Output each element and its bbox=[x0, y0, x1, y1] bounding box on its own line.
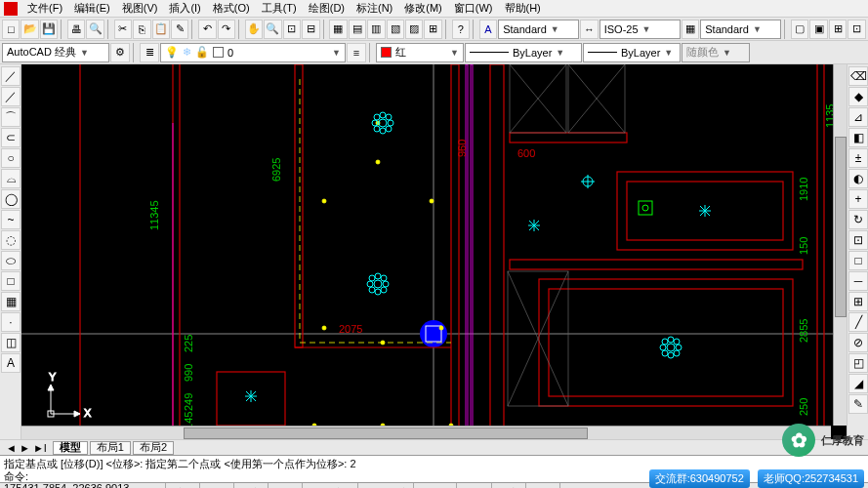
rotate-tool[interactable]: + bbox=[848, 189, 868, 209]
tab-nav-buttons[interactable]: ◄ ► ►I bbox=[6, 442, 47, 454]
menu-view[interactable]: 视图(V) bbox=[116, 1, 164, 16]
fillet-tool[interactable]: ◰ bbox=[848, 353, 868, 373]
layer-manager-button[interactable]: ≣ bbox=[140, 43, 159, 62]
match-button[interactable]: ✎ bbox=[171, 20, 188, 39]
mode-lwt[interactable]: 线宽 bbox=[492, 483, 526, 488]
workspace-settings-button[interactable]: ⚙ bbox=[110, 43, 130, 62]
move-tool[interactable]: ◐ bbox=[848, 169, 868, 188]
cut-button[interactable]: ✂ bbox=[114, 20, 132, 39]
dimstyle-icon[interactable]: ↔ bbox=[580, 20, 598, 39]
menu-tools[interactable]: 工具(T) bbox=[256, 1, 303, 16]
zoom-prev-button[interactable]: ⊟ bbox=[302, 20, 319, 39]
plot-button[interactable]: 🖶 bbox=[67, 20, 85, 39]
hatch-tool[interactable]: ◫ bbox=[1, 333, 21, 352]
canvas-scrollbar-vertical[interactable] bbox=[833, 64, 847, 426]
menu-dimension[interactable]: 标注(N) bbox=[351, 1, 398, 16]
linetype-select[interactable]: ByLayer ▼ bbox=[465, 43, 582, 62]
canvas-scrollbar-horizontal[interactable] bbox=[21, 426, 831, 439]
menu-modify[interactable]: 修改(M) bbox=[398, 1, 448, 16]
menu-draw[interactable]: 绘图(D) bbox=[303, 1, 351, 16]
mode-ortho[interactable]: 正交 bbox=[234, 483, 269, 488]
scroll-thumb[interactable] bbox=[184, 427, 589, 439]
scroll-thumb[interactable] bbox=[835, 137, 847, 317]
polygon-tool[interactable]: ⊂ bbox=[1, 128, 21, 147]
viewport-button[interactable]: ▢ bbox=[791, 20, 808, 39]
tab-layout2[interactable]: 布局2 bbox=[133, 441, 174, 455]
toolpalettes-button[interactable]: ▥ bbox=[367, 20, 385, 39]
sheet-set-button[interactable]: ▧ bbox=[387, 20, 404, 39]
lineweight-select[interactable]: ByLayer ▼ bbox=[583, 43, 681, 62]
tab-model[interactable]: 模型 bbox=[53, 441, 88, 455]
viewport4-button[interactable]: ⊡ bbox=[847, 20, 865, 39]
chamfer-tool[interactable]: ⊘ bbox=[848, 333, 868, 352]
mode-snap[interactable]: 捕捉 bbox=[166, 483, 200, 488]
spline-tool[interactable]: ◌ bbox=[1, 230, 21, 250]
menu-help[interactable]: 帮助(H) bbox=[499, 1, 547, 16]
dim-style-select[interactable]: ISO-25▼ bbox=[599, 20, 681, 39]
menu-window[interactable]: 窗口(W) bbox=[448, 1, 499, 16]
preview-button[interactable]: 🔍 bbox=[86, 20, 103, 39]
stretch-tool[interactable]: ⊡ bbox=[848, 230, 868, 250]
open-button[interactable]: 📂 bbox=[21, 20, 38, 39]
markup-button[interactable]: ▨ bbox=[405, 20, 423, 39]
arc-tool[interactable]: ⌓ bbox=[1, 169, 21, 188]
save-button[interactable]: 💾 bbox=[40, 20, 58, 39]
mode-polar[interactable]: 极轴 bbox=[269, 483, 303, 488]
mode-grid[interactable]: 栅格 bbox=[200, 483, 234, 488]
pan-button[interactable]: ✋ bbox=[245, 20, 263, 39]
make-block-tool[interactable]: ▦ bbox=[1, 292, 21, 311]
viewport2-button[interactable]: ▣ bbox=[809, 20, 827, 39]
point-tool[interactable]: · bbox=[1, 312, 21, 332]
help-button[interactable]: ? bbox=[452, 20, 470, 39]
new-button[interactable]: □ bbox=[2, 20, 20, 39]
copy-button[interactable]: ⎘ bbox=[133, 20, 150, 39]
menu-file[interactable]: 文件(F) bbox=[21, 1, 68, 16]
textstyle-icon[interactable]: A bbox=[479, 20, 497, 39]
mirror-tool[interactable]: ⊿ bbox=[848, 107, 868, 127]
zoom-window-button[interactable]: ⊡ bbox=[283, 20, 301, 39]
insert-block-tool[interactable]: □ bbox=[1, 271, 21, 291]
break-tool[interactable]: ⊞ bbox=[848, 292, 868, 311]
explode-tool[interactable]: ◢ bbox=[848, 374, 868, 393]
array-tool[interactable]: ± bbox=[848, 148, 868, 168]
tab-layout1[interactable]: 布局1 bbox=[90, 441, 131, 455]
rectangle-tool[interactable]: ○ bbox=[1, 148, 21, 168]
designcenter-button[interactable]: ▤ bbox=[349, 20, 366, 39]
menu-insert[interactable]: 插入(I) bbox=[163, 1, 206, 16]
ellipse-tool[interactable]: ⬭ bbox=[1, 251, 21, 270]
mode-ducs[interactable]: DUCS bbox=[414, 483, 457, 488]
text-style-select[interactable]: Standard▼ bbox=[498, 20, 579, 39]
line-tool[interactable]: ／ bbox=[1, 66, 21, 86]
polyline-tool[interactable]: ⌒ bbox=[1, 107, 21, 127]
table-style-select[interactable]: Standard▼ bbox=[700, 20, 781, 39]
plotstyle-select[interactable]: 随颜色 ▼ bbox=[682, 43, 750, 62]
layer-states-button[interactable]: ≡ bbox=[347, 43, 366, 62]
mode-osnap[interactable]: 对象捕捉 bbox=[303, 483, 358, 488]
mode-dyn[interactable]: DYN bbox=[457, 483, 492, 488]
paste-button[interactable]: 📋 bbox=[152, 20, 170, 39]
redo-button[interactable]: ↷ bbox=[218, 20, 235, 39]
offset-tool[interactable]: ◧ bbox=[848, 128, 868, 147]
calc-button[interactable]: ⊞ bbox=[424, 20, 441, 39]
properties-button[interactable]: ▦ bbox=[329, 20, 347, 39]
join-tool[interactable]: ╱ bbox=[848, 312, 868, 332]
mode-otrack[interactable]: 对象追踪 bbox=[358, 483, 414, 488]
viewport3-button[interactable]: ⊞ bbox=[829, 20, 847, 39]
layer-select[interactable]: 💡 ❄ 🔓 0 ▼ bbox=[160, 43, 346, 62]
circle-tool[interactable]: ◯ bbox=[1, 189, 21, 209]
xline-tool[interactable]: ／ bbox=[1, 87, 21, 106]
color-select[interactable]: 红 ▼ bbox=[376, 43, 464, 62]
drawing-canvas[interactable]: 11345 6925 225 990 249 1145 1135 11385 1… bbox=[21, 64, 847, 439]
undo-button[interactable]: ↶ bbox=[198, 20, 216, 39]
scale-tool[interactable]: ↻ bbox=[848, 210, 868, 229]
extend-tool[interactable]: ─ bbox=[848, 271, 868, 291]
tablestyle-icon[interactable]: ▦ bbox=[682, 20, 699, 39]
revcloud-tool[interactable]: ~ bbox=[1, 210, 21, 229]
erase-tool[interactable]: ⌫ bbox=[848, 66, 868, 86]
edit-tool[interactable]: ✎ bbox=[848, 394, 868, 414]
menu-format[interactable]: 格式(O) bbox=[207, 1, 256, 16]
trim-tool[interactable]: □ bbox=[848, 251, 868, 270]
text-tool[interactable]: A bbox=[1, 353, 21, 373]
zoom-button[interactable]: 🔍 bbox=[264, 20, 281, 39]
menu-edit[interactable]: 编辑(E) bbox=[68, 1, 116, 16]
